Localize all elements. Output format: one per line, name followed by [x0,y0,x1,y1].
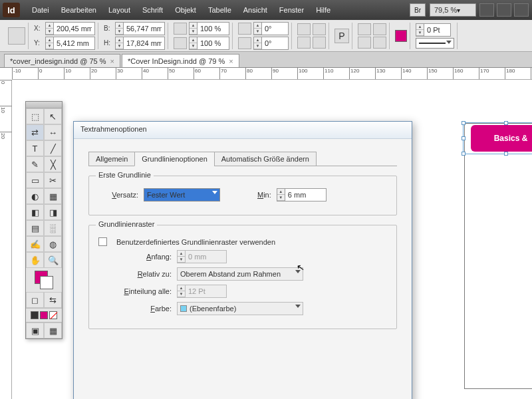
stroke-weight-input[interactable] [424,23,451,37]
p-icon[interactable]: P [334,29,349,43]
default-colors-icon[interactable]: ◻ [26,292,44,308]
farbe-combo: (Ebenenfarbe) [177,302,303,315]
apply-color-icon[interactable] [31,311,39,319]
menu-tabelle[interactable]: Tabelle [203,3,237,17]
menu-hilfe[interactable]: Hilfe [311,3,336,17]
flip-v-icon[interactable] [313,23,326,35]
shear-spinner[interactable]: ▲▼ [253,37,262,50]
tool-11[interactable]: ▦ [44,188,62,204]
dialog-tabs: Allgemein Grundlinienoptionen Automatisc… [88,151,397,166]
einteil-input [186,285,227,298]
scale-y-icon [174,37,187,49]
tab-grundlinienoptionen[interactable]: Grundlinienoptionen [134,152,214,166]
tool-18[interactable]: ✋ [26,252,44,268]
toolbox-grip[interactable] [26,102,62,108]
scale-y-spinner[interactable]: ▲▼ [189,37,198,50]
view-mode-preview[interactable]: ▦ [44,323,62,338]
h-label: H: [104,39,113,47]
tool-15[interactable]: ░ [44,220,62,236]
tool-12[interactable]: ◧ [26,204,44,220]
x-input[interactable] [54,22,95,35]
min-input[interactable] [285,188,327,201]
anfang-input [186,250,227,263]
anfang-spinner: ▲▼ [177,250,186,263]
select-content-icon[interactable] [313,37,326,49]
rotate-spinner[interactable]: ▲▼ [253,22,262,35]
scale-x-spinner[interactable]: ▲▼ [189,22,198,35]
fill-swatch[interactable] [395,30,407,42]
scale-y-input[interactable] [198,37,229,50]
tool-10[interactable]: ◐ [26,188,44,204]
align-icon-3[interactable] [358,37,371,49]
tool-17[interactable]: ◍ [44,236,62,252]
tool-14[interactable]: ▤ [26,220,44,236]
min-spinner[interactable]: ▲▼ [277,188,285,201]
h-spinner[interactable]: ▲▼ [115,37,124,50]
apply-gradient-icon[interactable] [40,311,48,319]
tool-7[interactable]: ╳ [44,156,62,172]
stroke-style-combo[interactable] [416,38,454,49]
view-mode-icon[interactable] [479,3,494,17]
dialog-title: Textrahmenoptionen [74,122,412,139]
scale-x-input[interactable] [198,22,229,35]
custom-grid-checkbox[interactable] [98,237,107,246]
x-spinner[interactable]: ▲▼ [45,22,54,35]
menu-bearbeiten[interactable]: Bearbeiten [56,3,102,17]
menu-objekt[interactable]: Objekt [170,3,201,17]
tool-3[interactable]: ↔ [44,124,62,140]
align-icon-1[interactable] [358,23,371,35]
text-frame-options-dialog: Textrahmenoptionen Allgemein Grundlinien… [73,121,412,399]
ruler-horizontal[interactable]: -100102030405060708090100110120130140150… [12,68,532,80]
menu-layout[interactable]: Layout [103,3,136,17]
select-container-icon[interactable] [297,37,311,49]
apply-none-icon[interactable] [49,311,57,319]
close-icon[interactable]: × [229,57,233,65]
tool-4[interactable]: T [26,140,44,156]
swap-colors-icon[interactable]: ⇆ [44,292,62,308]
menu-schrift[interactable]: Schrift [137,3,168,17]
ref-point-icon[interactable] [8,27,25,45]
menu-ansicht[interactable]: Ansicht [238,3,273,17]
x-label: X: [34,25,43,32]
tool-19[interactable]: 🔍 [44,252,62,268]
tool-8[interactable]: ▭ [26,172,44,188]
doc-tab-2[interactable]: *Cover InDesign.indd @ 79 %× [122,54,239,67]
screen-mode-icon[interactable] [497,3,511,17]
doc-tab-1[interactable]: *cover_indesign.indd @ 75 %× [4,54,120,67]
tool-13[interactable]: ◨ [44,204,62,220]
stroke-color-swatch[interactable] [40,276,53,289]
y-input[interactable] [54,37,95,50]
tab-allgemein[interactable]: Allgemein [88,152,135,166]
w-spinner[interactable]: ▲▼ [115,22,124,35]
y-label: Y: [34,39,43,47]
tool-1[interactable]: ↖ [44,108,62,124]
stroke-spinner[interactable]: ▲▼ [416,23,424,37]
tool-0[interactable]: ⬚ [26,108,44,124]
tool-9[interactable]: ✂ [44,172,62,188]
y-spinner[interactable]: ▲▼ [45,37,54,50]
h-input[interactable] [124,37,165,50]
menu-fenster[interactable]: Fenster [274,3,309,17]
tool-16[interactable]: ✍ [26,236,44,252]
menu-datei[interactable]: Datei [27,3,55,17]
text-frame-basics[interactable]: Basics & [471,125,532,152]
versatz-combo[interactable]: Fester Wert [144,188,220,201]
view-mode-normal[interactable]: ▣ [26,323,44,338]
bridge-button[interactable]: Br [410,3,426,17]
tool-2[interactable]: ⇄ [26,124,44,140]
tool-6[interactable]: ✎ [26,156,44,172]
tab-auto-groesse[interactable]: Automatisch Größe ändern [214,152,317,166]
shear-input[interactable] [262,37,289,50]
rotate-input[interactable] [262,22,289,35]
arrange-icon[interactable] [514,3,529,17]
align-icon-2[interactable] [373,23,386,35]
shear-icon [238,37,251,49]
close-icon[interactable]: × [110,57,114,65]
flip-h-icon[interactable] [297,23,311,35]
align-icon-4[interactable] [373,37,386,49]
ruler-vertical[interactable]: 01020 [0,80,12,399]
min-label: Min: [257,191,271,199]
w-input[interactable] [124,22,165,35]
tool-5[interactable]: ╱ [44,140,62,156]
zoom-combo[interactable]: 79,5 % ▾ [430,3,476,17]
